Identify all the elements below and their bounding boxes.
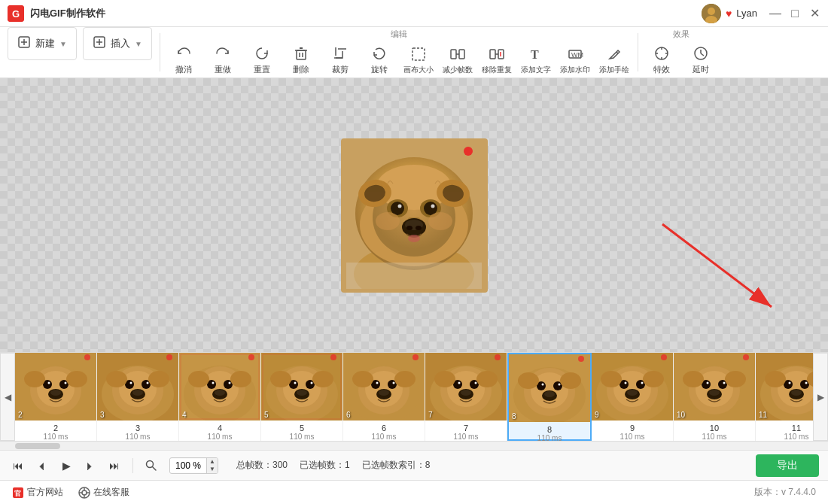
frame-item-9[interactable]: 9 9 110 ms [592,353,674,441]
remove-button[interactable]: 移除重复 [478,43,516,77]
svg-point-48 [398,204,402,208]
minimize-button[interactable]: — [769,8,781,20]
zoom-up-button[interactable]: ▲ [207,458,218,466]
add-watermark-button[interactable]: WM 添加水印 [556,43,594,77]
avatar [702,4,721,23]
frame-info: 10 110 ms [702,421,727,441]
arrow-annotation [640,209,805,329]
frame-info: 7 110 ms [454,421,479,441]
svg-point-144 [476,371,498,387]
frame-item-5[interactable]: 5 5 110 ms [261,353,343,441]
svg-point-77 [66,371,87,387]
restore-button[interactable]: □ [789,8,801,20]
close-button[interactable]: ✕ [808,8,820,20]
frame-thumb: 2 [15,353,96,421]
titlebar: G 闪电GIF制作软件 ♥ Lyan — □ ✕ [0,0,828,27]
timeline: ◀ 2 2 [0,352,828,450]
frame-number-badge: 8 [512,412,516,421]
frame-ms: 110 ms [454,433,479,441]
next-frame-button[interactable]: ⏵ [81,457,99,475]
support-icon [78,487,90,499]
frame-label: 2 [44,424,68,433]
support-link[interactable]: 在线客服 [78,486,129,499]
play-button[interactable]: ▶ [57,457,75,475]
toolbar-divider-2 [638,33,638,71]
svg-point-90 [148,371,169,387]
insert-chevron: ▼ [135,40,142,48]
effect-group-label: 效果 [673,27,689,43]
frame-item-4[interactable]: 4 4 110 ms [179,353,261,441]
svg-point-55 [408,235,420,242]
svg-point-113 [311,382,313,384]
frame-item-7[interactable]: 7 7 110 ms [425,353,507,441]
svg-point-115 [297,390,307,396]
prev-frame-button[interactable]: ⏴ [33,457,51,475]
frame-thumb: 4 [179,353,260,421]
new-button[interactable]: 新建 ▼ [8,27,77,60]
zoom-down-button[interactable]: ▼ [207,466,218,473]
frame-item-3[interactable]: 3 3 110 ms [97,353,179,441]
delete-button[interactable]: 删除 [282,43,320,77]
add-text-button[interactable]: T 添加文字 [517,43,555,77]
insert-button[interactable]: 插入 ▼ [83,27,152,60]
skip-end-button[interactable]: ⏭ [105,457,123,475]
svg-point-119 [330,354,336,360]
effect-button[interactable]: 特效 [643,43,680,77]
frame-info: 11 110 ms [784,421,809,441]
redo-button[interactable]: 重做 [204,43,242,77]
svg-point-195 [765,371,786,387]
frame-item-6[interactable]: 6 6 110 ms [343,353,425,441]
zoom-control[interactable]: 100 % ▲ ▼ [169,457,218,474]
frame-item-11[interactable]: 11 11 110 ms [756,353,813,441]
frame-thumb: 9 [592,353,673,421]
scrollbar-track[interactable] [15,443,60,449]
svg-rect-20 [451,50,456,59]
reset-button[interactable]: 重置 [243,43,281,77]
timeline-prev-button[interactable]: ◀ [0,353,15,441]
new-label: 新建 [35,37,55,50]
canvas-button[interactable]: 画布大小 [400,43,437,77]
zoom-input[interactable]: 100 % [170,459,206,472]
timeline-scroll: ◀ 2 2 [0,353,828,441]
svg-point-166 [641,382,644,384]
timeline-next-button[interactable]: ▶ [813,353,828,441]
selected-index-label: 已选帧数索引：8 [362,459,431,472]
frame-thumb: 11 [756,353,813,421]
reduce-button[interactable]: 减少帧数 [439,43,476,77]
add-draw-button[interactable]: 添加手绘 [595,43,633,77]
svg-point-191 [789,382,791,384]
user-info: ♥ Lyan [702,4,757,23]
frame-item-10[interactable]: 10 10 110 ms [674,353,756,441]
frame-label: 11 [784,424,809,433]
crop-button[interactable]: 裁剪 [321,43,359,77]
svg-point-86 [147,382,149,384]
rotate-button[interactable]: 旋转 [361,43,398,77]
export-button[interactable]: 导出 [756,454,819,477]
frame-label: 5 [290,424,315,433]
svg-point-85 [130,382,132,384]
svg-rect-23 [490,50,495,59]
svg-point-54 [416,226,422,230]
svg-point-194 [791,390,802,396]
pb-divider [132,458,133,473]
delay-button[interactable]: 延时 [682,43,720,77]
svg-point-89 [106,371,127,387]
delete-label: 删除 [293,64,309,75]
frame-label: 6 [372,424,397,433]
frame-item-8[interactable]: 8 8 110 ms [507,353,592,441]
skip-start-button[interactable]: ⏮ [9,457,27,475]
frame-item-2[interactable]: 2 2 110 ms [15,353,97,441]
frame-thumb: 5 [261,353,342,421]
frame-thumb: 6 [343,353,425,421]
app-logo: G [8,5,24,22]
svg-point-132 [412,354,419,360]
svg-point-76 [24,371,45,387]
svg-point-98 [212,382,215,384]
toolbar-effect-group: 效果 特效 延时 [643,27,720,77]
frame-info: 9 110 ms [620,421,645,441]
undo-button[interactable]: 撤消 [165,43,202,77]
redo-label: 重做 [215,64,231,75]
website-link[interactable]: 官 官方网站 [12,486,63,499]
frame-info: 4 110 ms [208,421,233,441]
search-zoom-button[interactable] [142,457,160,475]
